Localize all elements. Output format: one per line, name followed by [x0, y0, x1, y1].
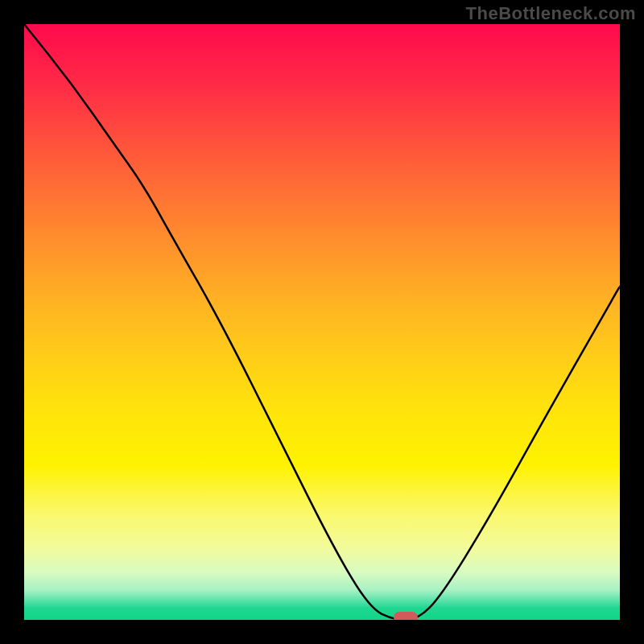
- optimal-marker: [394, 612, 418, 620]
- plot-area: [24, 24, 620, 620]
- watermark-text: TheBottleneck.com: [466, 3, 636, 24]
- chart-frame: TheBottleneck.com: [0, 0, 644, 644]
- bottleneck-curve: [24, 24, 620, 620]
